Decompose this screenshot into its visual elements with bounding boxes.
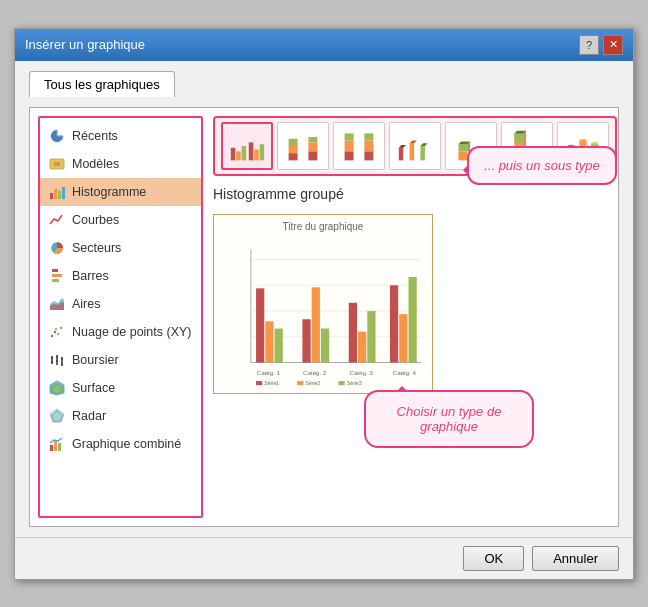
svg-rect-47 — [345, 140, 354, 151]
nuage-label: Nuage de points (XY) — [72, 325, 192, 339]
title-bar: Insérer un graphique ? ✕ — [15, 29, 633, 61]
svg-rect-87 — [367, 311, 375, 363]
svg-rect-85 — [349, 302, 357, 362]
sidebar-item-radar[interactable]: Radar — [40, 402, 201, 430]
svg-rect-9 — [52, 279, 59, 282]
radar-label: Radar — [72, 409, 106, 423]
svg-rect-4 — [58, 191, 61, 199]
svg-rect-52 — [399, 147, 404, 160]
sidebar-item-barres[interactable]: Barres — [40, 262, 201, 290]
preview-title: Titre du graphique — [220, 221, 426, 232]
sidebar-item-histogramme[interactable]: Histogramme — [40, 178, 201, 206]
boursier-label: Boursier — [72, 353, 119, 367]
ok-button[interactable]: OK — [463, 546, 524, 571]
svg-marker-57 — [420, 143, 427, 146]
svg-marker-55 — [410, 140, 417, 143]
svg-rect-89 — [399, 314, 407, 362]
close-button[interactable]: ✕ — [603, 35, 623, 55]
svg-rect-82 — [302, 319, 310, 362]
boursier-icon — [48, 351, 66, 369]
svg-rect-35 — [236, 151, 241, 160]
svg-rect-83 — [312, 287, 320, 362]
combine-label: Graphique combiné — [72, 437, 181, 451]
svg-rect-32 — [54, 441, 57, 451]
svg-rect-81 — [275, 328, 283, 362]
bubble-sous-type: ... puis un sous type — [467, 146, 617, 185]
courbes-label: Courbes — [72, 213, 119, 227]
sidebar-item-courbes[interactable]: Courbes — [40, 206, 201, 234]
svg-rect-5 — [62, 187, 65, 199]
svg-rect-2 — [50, 193, 53, 199]
svg-point-16 — [55, 327, 57, 329]
courbes-icon — [48, 211, 66, 229]
radar-icon — [48, 407, 66, 425]
sidebar-item-recents[interactable]: Récents — [40, 122, 201, 150]
svg-rect-79 — [256, 288, 264, 362]
svg-text:Série3: Série3 — [347, 380, 362, 386]
chart-type-sidebar: RécentsModèlesHistogrammeCourbesSecteurs… — [38, 116, 203, 518]
chart-type-stacked100[interactable] — [333, 122, 385, 170]
recents-icon — [48, 127, 66, 145]
help-button[interactable]: ? — [579, 35, 599, 55]
sidebar-item-aires[interactable]: Aires — [40, 290, 201, 318]
svg-rect-90 — [408, 277, 416, 362]
tab-all-charts[interactable]: Tous les graphiques — [29, 71, 175, 97]
svg-text:Série2: Série2 — [305, 380, 320, 386]
svg-rect-41 — [289, 146, 298, 153]
subtype-label: Histogramme groupé — [213, 186, 617, 202]
svg-point-72 — [591, 141, 598, 144]
svg-rect-56 — [420, 146, 425, 160]
tab-bar: Tous les graphiques — [29, 71, 619, 97]
svg-rect-99 — [338, 381, 344, 385]
svg-text:Série1: Série1 — [264, 380, 279, 386]
svg-rect-54 — [410, 143, 415, 160]
secteurs-icon — [48, 239, 66, 257]
dialog-body: Tous les graphiques RécentsModèlesHistog… — [15, 61, 633, 537]
chart-type-stacked[interactable] — [277, 122, 329, 170]
svg-rect-42 — [289, 153, 298, 160]
secteurs-label: Secteurs — [72, 241, 121, 255]
chart-type-grouped[interactable] — [221, 122, 273, 170]
recents-label: Récents — [72, 129, 118, 143]
svg-rect-44 — [308, 142, 317, 151]
svg-rect-51 — [364, 151, 373, 160]
cancel-button[interactable]: Annuler — [532, 546, 619, 571]
svg-rect-46 — [345, 133, 354, 140]
preview-chart-svg: Catég. 1 Catég. 2 Catég. 3 Catég. 4 Séri… — [220, 236, 426, 386]
svg-rect-84 — [321, 328, 329, 362]
svg-rect-34 — [231, 147, 236, 160]
svg-rect-58 — [458, 144, 467, 151]
preview-row: Titre du graphique — [213, 214, 617, 394]
sidebar-item-nuage[interactable]: Nuage de points (XY) — [40, 318, 201, 346]
dialog-footer: OK Annuler — [15, 537, 633, 579]
svg-rect-40 — [289, 138, 298, 145]
sidebar-item-secteurs[interactable]: Secteurs — [40, 234, 201, 262]
sidebar-item-surface[interactable]: Surface — [40, 374, 201, 402]
svg-rect-80 — [265, 321, 273, 362]
svg-rect-1 — [54, 162, 60, 166]
svg-rect-8 — [52, 274, 62, 277]
svg-text:Catég. 4: Catég. 4 — [393, 368, 417, 375]
dialog-title: Insérer un graphique — [25, 37, 145, 52]
sidebar-item-boursier[interactable]: Boursier — [40, 346, 201, 374]
svg-point-13 — [54, 330, 56, 332]
svg-point-14 — [57, 332, 59, 334]
surface-icon — [48, 379, 66, 397]
aires-label: Aires — [72, 297, 100, 311]
svg-rect-33 — [58, 443, 61, 451]
modeles-icon — [48, 155, 66, 173]
histogramme-icon — [48, 183, 66, 201]
barres-label: Barres — [72, 269, 109, 283]
combine-icon — [48, 435, 66, 453]
svg-rect-3 — [54, 189, 57, 199]
bubble-choisir-type-text: Choisir un type degraphique — [397, 404, 502, 434]
chart-type-grouped3d[interactable] — [389, 122, 441, 170]
svg-rect-88 — [390, 285, 398, 362]
nuage-icon — [48, 323, 66, 341]
sidebar-item-combine[interactable]: Graphique combiné — [40, 430, 201, 458]
svg-text:Catég. 2: Catég. 2 — [303, 368, 327, 375]
svg-text:Catég. 3: Catég. 3 — [349, 368, 373, 375]
sidebar-item-modeles[interactable]: Modèles — [40, 150, 201, 178]
tab-content-area: RécentsModèlesHistogrammeCourbesSecteurs… — [29, 107, 619, 527]
title-bar-buttons: ? ✕ — [579, 35, 623, 55]
